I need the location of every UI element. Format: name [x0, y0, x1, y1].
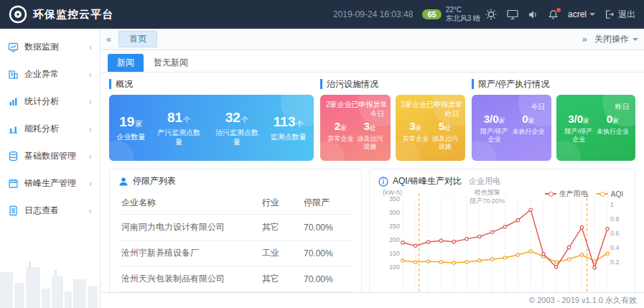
legend-marker-icon [545, 193, 556, 195]
table-row[interactable]: 河南同力电力设计有限公司 其它 70.00% [118, 215, 353, 241]
svg-text:0.2: 0.2 [610, 258, 620, 266]
sidebar-item-label: 数据监测 [24, 41, 59, 53]
stat-enterprise-count: 19家 企业数量 [116, 114, 145, 141]
chevron-left-icon [89, 42, 92, 52]
svg-text:0.8: 0.8 [610, 215, 620, 223]
chevron-down-icon [589, 13, 595, 16]
sidebar-item-label: 能耗分析 [24, 123, 59, 135]
pollution-card-yesterday: 1家企业已申报异常 昨日 3家 异常企业 5处 涉及治污设施 [396, 95, 466, 161]
logout-label: 退出 [618, 9, 635, 21]
datetime: 2019-09-24 16:03:48 [333, 9, 413, 19]
stop-list-table: 企业名称 行业 停限产 河南同力电力设计有限公司 其它 70.00% [118, 192, 353, 292]
section-overview: 概况 19家 企业数量 81个 产污监测点数量 32个 [109, 79, 314, 161]
sidebar-item-label: 企业异常 [24, 68, 59, 80]
table-row[interactable]: 沧州宇新养殖设备厂 工业 70.00% [118, 241, 353, 266]
svg-text:250: 250 [389, 223, 400, 230]
chevron-left-icon [89, 123, 92, 134]
monitor-chart-icon [8, 42, 19, 52]
app-logo-icon [9, 5, 27, 24]
sidebar-item-peak-production[interactable]: 错峰生产管理 [0, 169, 100, 197]
speaker-icon[interactable] [528, 9, 538, 20]
app-header: 环保监控云平台 2019-09-24 16:03:48 65 22°C 东北风3… [0, 0, 644, 29]
svg-text:150: 150 [389, 250, 400, 257]
enterprise-power-link[interactable]: 企业用电 [469, 176, 500, 187]
svg-text:300: 300 [389, 209, 400, 216]
scroll-tabs-left-icon[interactable] [106, 34, 111, 45]
sidebar-item-label: 统计分析 [24, 95, 59, 108]
chart-legend: 生产用电 AQI [545, 189, 623, 199]
chart-ylabel: (kW·h) [383, 189, 402, 196]
aqi-badge: 65 [422, 9, 441, 19]
user-icon [118, 177, 129, 187]
section-pollution-facilities: 治污设施情况 2家企业已申报异常 今日 2家 异常企业 [320, 79, 465, 161]
news-empty-label: 暂无新闻 [146, 54, 195, 72]
calendar-icon [8, 178, 19, 189]
sidebar-item-label: 日志查看 [24, 205, 59, 217]
tab-home[interactable]: 首页 [118, 31, 157, 47]
weather-widget: 65 22°C 东北风3 晴 [422, 6, 498, 24]
column-header-industry: 行业 [259, 192, 301, 215]
tab-news[interactable]: 新闻 [108, 54, 144, 72]
close-operations-label: 关闭操作 [594, 33, 629, 45]
limit-card-yesterday: 昨日 3/0家 限产/停产企业 0家 未执行企业 [556, 95, 636, 161]
chart-annotation: 橙色预警 限产70.00% [470, 189, 505, 205]
sidebar-item-data-monitoring[interactable]: 数据监测 [0, 33, 100, 60]
info-icon [378, 177, 388, 187]
svg-text:200: 200 [389, 236, 400, 243]
temperature-label: 22°C [446, 6, 480, 15]
footer: © 2003 - 2019 v1.1.0 永久有效 [101, 292, 644, 308]
sidebar-item-log-view[interactable]: 日志查看 [0, 197, 100, 224]
bell-icon[interactable] [548, 9, 559, 20]
sidebar-item-energy-analysis[interactable]: 能耗分析 [0, 115, 100, 142]
cell-company: 沧州宇新养殖设备厂 [118, 241, 259, 266]
section-production-limit: 限产/停产执行情况 今日 3/0家 限产/停产企业 [472, 79, 635, 161]
limit-card-today: 今日 3/0家 限产/停产企业 0家 未执行企业 [472, 95, 551, 161]
file-text-icon [8, 205, 19, 216]
sidebar: 数据监测 企业异常 统计分析 能耗分析 [0, 29, 101, 308]
sidebar-item-basic-data[interactable]: 基础数据管理 [0, 142, 100, 169]
section-title-limit: 限产/停产执行情况 [472, 79, 635, 89]
cell-limit: 70.00% [301, 215, 353, 241]
sun-icon [485, 8, 498, 21]
monitor-icon[interactable] [507, 9, 518, 20]
stat-treatment-points: 32个 治污监测点数量 [213, 110, 261, 146]
copyright-label: © 2003 - 2019 v1.1.0 永久有效 [529, 295, 637, 306]
sidebar-item-label: 错峰生产管理 [24, 177, 76, 190]
sidebar-item-label: 基础数据管理 [24, 150, 76, 162]
panel-stop-list: 停限产列表 企业名称 行业 停限产 [109, 169, 362, 292]
scroll-tabs-right-icon[interactable] [582, 34, 587, 45]
database-icon [8, 151, 19, 162]
cell-industry: 其它 [259, 215, 301, 241]
stat-total-points: 113个 监测点数量 [271, 114, 307, 141]
legend-item-aqi[interactable]: AQI [597, 189, 623, 199]
legend-label: 生产用电 [559, 189, 588, 199]
table-row[interactable]: 沧州天兴包装制品有限公司 其它 70.00% [118, 266, 353, 292]
aqi-chart-canvas[interactable]: (kW·h) 橙色预警 限产70.00% 生产用电 [378, 189, 626, 292]
chart-line-icon [8, 123, 19, 134]
tab-bar: 首页 关闭操作 [101, 29, 644, 50]
weather-label: 东北风3 晴 [446, 14, 480, 24]
legend-item-power[interactable]: 生产用电 [545, 189, 588, 199]
svg-text:350: 350 [389, 195, 400, 202]
cell-limit: 70.00% [301, 241, 353, 266]
dashboard-content: 概况 19家 企业数量 81个 产污监测点数量 32个 [101, 73, 644, 292]
cell-company: 河南同力电力设计有限公司 [118, 215, 259, 241]
sidebar-item-statistics[interactable]: 统计分析 [0, 88, 100, 115]
skyline-watermark [0, 240, 101, 308]
close-operations-dropdown[interactable]: 关闭操作 [594, 33, 638, 45]
aqi-chart-title: AQI/错峰生产对比 [393, 175, 462, 187]
sidebar-item-enterprise-abnormal[interactable]: 企业异常 [0, 60, 100, 88]
chevron-left-icon [89, 151, 92, 162]
legend-marker-icon [597, 193, 608, 195]
stop-list-title: 停限产列表 [133, 175, 176, 187]
svg-text:0.4: 0.4 [610, 244, 620, 251]
chevron-left-icon [89, 96, 92, 107]
cell-limit: 70.00% [301, 266, 353, 292]
chevron-left-icon [89, 69, 92, 80]
cell-company: 沧州天兴包装制品有限公司 [118, 266, 259, 292]
user-menu[interactable]: acrel [568, 9, 595, 19]
overview-card: 19家 企业数量 81个 产污监测点数量 32个 治污监测点数量 [109, 95, 314, 161]
svg-text:1: 1 [610, 201, 614, 208]
logout-button[interactable]: 退出 [605, 9, 635, 21]
notification-dot [556, 8, 561, 12]
